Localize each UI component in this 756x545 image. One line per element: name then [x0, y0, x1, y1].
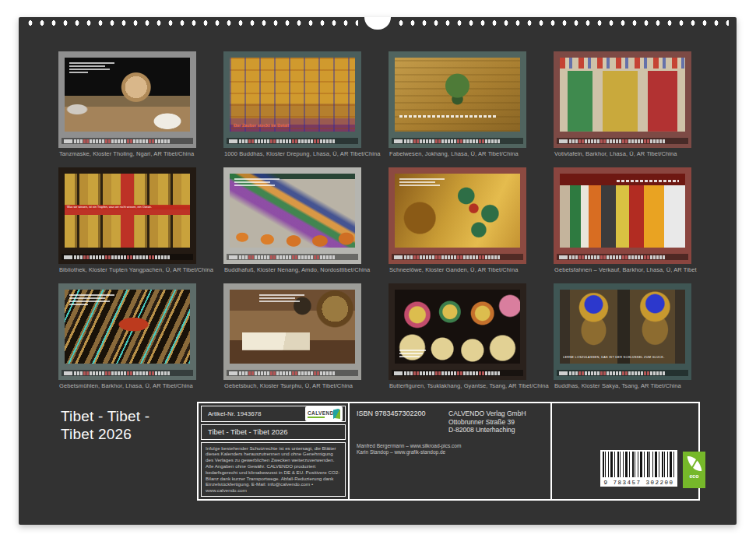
leaf-icon — [687, 455, 701, 473]
page-photo: Lerne loszulassen, das ist der Schlüssel… — [560, 290, 685, 364]
day-cells — [404, 255, 500, 259]
page-frame: Der Zauber steckt im Detail — [223, 51, 361, 148]
page-photo — [230, 290, 355, 364]
calendar-title-line1: Tibet - Tibet - — [61, 407, 149, 425]
month-label-cell — [64, 371, 72, 375]
month-thumbnail-4: Votivtafeln, Barkhor, Lhasa, Ü, AR Tibet… — [554, 51, 691, 160]
legal-text-box: Infolge bestehender Schutzrechte ist es … — [201, 442, 346, 497]
page-caption: Butterfiguren, Tsuklakhang, Gyantse, Tsa… — [389, 382, 557, 389]
legal-text: Infolge bestehender Schutzrechte ist es … — [206, 445, 339, 494]
quote-text-lines — [69, 62, 114, 73]
month-thumbnail-10: Gebetsbuch, Kloster Tsurphu, Ü, AR Tibet… — [223, 283, 361, 392]
barcode-number: 9 783457 302200 — [600, 480, 677, 486]
page-caption: Schneelöwe, Kloster Ganden, Ü, AR Tibet/… — [389, 266, 557, 273]
quote-text: Lerne loszulassen, das ist der Schlüssel… — [563, 356, 682, 359]
calvendo-logo: CALVENDO — [305, 406, 343, 421]
page-photo — [395, 58, 520, 132]
month-label-cell — [229, 139, 237, 143]
page-frame: Lerne loszulassen, das ist der Schlüssel… — [554, 283, 691, 380]
publisher-name: CALVENDO Verlag GmbH — [448, 410, 526, 418]
page-caption: Fabelwesen, Jokhang, Lhasa, Ü, AR Tibet/… — [389, 150, 557, 157]
month-label-cell — [229, 371, 237, 375]
month-thumbnail-3: Fabelwesen, Jokhang, Lhasa, Ü, AR Tibet/… — [389, 51, 526, 160]
quote-text: Der Zauber steckt im Detail — [234, 123, 289, 128]
month-thumbnail-6: Buddhafuß, Kloster Nenang, Amdo, Nordost… — [223, 167, 361, 276]
hanger-hole — [364, 17, 391, 30]
day-cells — [239, 139, 335, 143]
mini-calendar-strip — [557, 254, 688, 260]
page-frame — [389, 167, 526, 264]
info-left-column: Artikel-Nr. 1943678 CALVENDO Tibet - Tib… — [199, 403, 348, 499]
day-cells — [74, 371, 170, 375]
designer-credit: Karin Standop – www.grafik-standop.de — [357, 449, 543, 456]
page-caption: Gebetsmühlen, Barkhor, Lhasa, Ü, AR Tibe… — [59, 382, 227, 389]
month-thumbnail-2: Der Zauber steckt im Detail 1000 Buddhas… — [223, 51, 361, 160]
quote-text-band — [399, 115, 497, 118]
calvendo-book-icon — [333, 409, 340, 419]
month-thumbnail-9: Gebetsmühlen, Barkhor, Lhasa, Ü, AR Tibe… — [58, 283, 196, 392]
calendar-back-cover-page: { "page": { "title_line1": "Tibet - Tibe… — [0, 0, 756, 545]
page-caption: Votivtafeln, Barkhor, Lhasa, Ü, AR Tibet… — [554, 150, 722, 157]
calendar-title: Tibet - Tibet - Tibet 2026 — [61, 407, 149, 443]
month-label-cell — [394, 139, 403, 143]
mini-calendar-strip — [62, 138, 193, 144]
page-photo — [230, 174, 355, 248]
article-number-box: Artikel-Nr. 1943678 CALVENDO — [201, 406, 346, 422]
page-photo — [395, 174, 520, 248]
publisher-address: CALVENDO Verlag GmbH Ottobrunner Straße … — [448, 410, 526, 434]
quote-text-lines — [259, 294, 304, 302]
day-cells — [74, 255, 170, 259]
page-photo — [395, 290, 520, 364]
quote-text-lines — [234, 178, 280, 186]
page-caption: Gebetsbuch, Kloster Tsurphu, Ü, AR Tibet… — [224, 382, 392, 389]
mini-calendar-strip — [557, 370, 688, 376]
month-thumbnail-7: Schneelöwe, Kloster Ganden, Ü, AR Tibet/… — [389, 167, 526, 276]
page-photo: Was wir wissen, ist ein Tropfen, was wir… — [65, 174, 190, 248]
day-cells — [74, 139, 170, 143]
page-frame — [223, 167, 361, 264]
publisher-street: Ottobrunner Straße 39 — [448, 418, 526, 427]
page-photo — [560, 174, 685, 248]
mini-calendar-strip — [227, 370, 358, 376]
mini-calendar-strip — [62, 370, 193, 376]
page-frame — [389, 283, 526, 380]
day-cells — [239, 255, 335, 259]
day-cells — [569, 255, 665, 259]
page-frame — [223, 283, 361, 380]
page-caption: Buddhas, Kloster Sakya, Tsang, AR Tibet/… — [554, 382, 722, 389]
isbn-number: ISBN 9783457302200 — [357, 410, 448, 434]
page-caption: 1000 Buddhas, Kloster Drepung, Lhasa, Ü,… — [224, 150, 392, 157]
month-thumbnail-5: Was wir wissen, ist ein Tropfen, was wir… — [58, 167, 196, 276]
mini-calendar-strip — [62, 254, 193, 260]
spiral-binding-holes-left — [25, 19, 358, 26]
month-label-cell — [229, 255, 237, 259]
calendar-title-line2: Tibet 2026 — [61, 425, 149, 443]
quote-text: Was wir wissen, ist ein Tropfen, was wir… — [65, 205, 190, 209]
month-label-cell — [64, 139, 72, 143]
day-cells — [404, 371, 500, 375]
quote-text-lines — [399, 178, 445, 186]
month-thumbnail-1: Tanzmaske, Kloster Tholing, Ngari, AR Ti… — [58, 51, 196, 160]
page-photo: Der Zauber steckt im Detail — [230, 58, 355, 132]
page-photo — [65, 290, 190, 364]
eco-logo: eco — [683, 452, 705, 488]
day-cells — [569, 139, 665, 143]
page-frame — [389, 51, 526, 148]
month-label-cell — [394, 371, 403, 375]
page-caption: Buddhafuß, Kloster Nenang, Amdo, Nordost… — [224, 266, 392, 273]
article-number: Artikel-Nr. 1943678 — [208, 410, 261, 417]
credits: Manfred Bergermann – www.silkroad-pics.c… — [357, 443, 543, 456]
eco-label: eco — [689, 473, 698, 479]
info-right-column: 9 783457 302200 eco — [550, 403, 698, 499]
mini-calendar-strip — [392, 138, 523, 144]
spiral-binding-holes-right — [396, 19, 729, 26]
month-label-cell — [559, 139, 568, 143]
page-caption: Bibliothek, Kloster Tupten Yangpachen, Ü… — [59, 266, 227, 273]
publisher-info-box: Artikel-Nr. 1943678 CALVENDO Tibet - Tib… — [197, 402, 700, 501]
publisher-city: D-82008 Unterhaching — [448, 426, 526, 434]
quote-text-lines — [399, 350, 426, 357]
day-cells — [404, 139, 500, 143]
mini-calendar-strip — [392, 254, 523, 260]
month-thumbnail-12: Lerne loszulassen, das ist der Schlüssel… — [554, 283, 691, 392]
month-label-cell — [559, 255, 568, 259]
